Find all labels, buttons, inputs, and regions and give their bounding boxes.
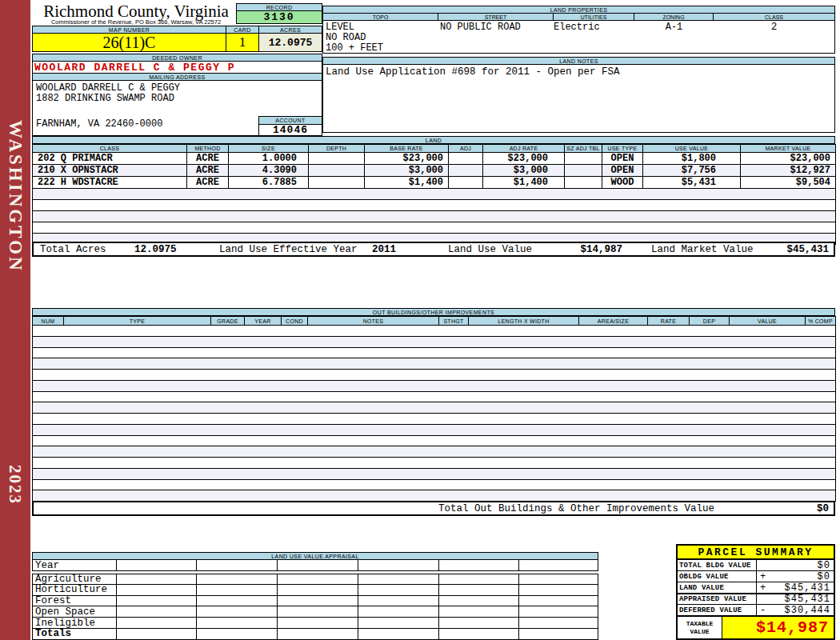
appraisal-cell	[278, 629, 358, 639]
land-notes-text: Land Use Application #698 for 2011 - Ope…	[322, 64, 835, 133]
land-section-header: LAND	[32, 136, 835, 144]
appraisal-cell	[278, 596, 358, 606]
parcel-summary-value-cell: -$30,444	[757, 605, 834, 615]
table-cell: $23,000	[741, 153, 836, 165]
appraisal-cell	[358, 596, 439, 606]
appraisal-cell	[197, 596, 278, 606]
table-cell	[309, 165, 365, 177]
table-cell: $9,504	[741, 177, 836, 189]
land-use-appraisal-table: YearAgricultureHorticultureForestOpen Sp…	[32, 560, 598, 640]
appraisal-cell	[117, 585, 198, 595]
mailing-line: FARNHAM, VA 22460-0000	[36, 118, 162, 130]
out-buildings-total-value: $0	[817, 503, 829, 514]
record-value: 3130	[236, 10, 322, 24]
card-value: 1	[226, 33, 259, 52]
table-row	[33, 370, 836, 381]
parcel-summary-label: OBLDG VALUE	[678, 571, 757, 582]
sidebar: WASHINGTON 2023	[0, 0, 30, 640]
table-row	[33, 347, 836, 358]
topo-value: LEVEL	[326, 22, 354, 33]
table-row	[33, 446, 836, 458]
appraisal-row-label: Totals	[33, 629, 117, 639]
parcel-summary-value-cell: +$45,431	[757, 582, 834, 593]
taxable-label-line: TAXABLE	[686, 620, 714, 628]
parcel-summary-value: $0	[818, 571, 830, 582]
appraisal-cell	[439, 585, 520, 595]
table-row: 210 X OPNSTACRACRE4.3090$3,000$3,000OPEN…	[33, 165, 836, 177]
parcel-summary-value: $45,431	[785, 582, 830, 594]
empty-cell	[33, 468, 836, 479]
land-properties-values: LEVEL NO ROAD 100 + FEET NO PUBLIC ROAD …	[322, 20, 835, 54]
empty-cell	[33, 380, 836, 391]
parcel-summary-value-cell: +$0	[757, 571, 834, 582]
land-section: LAND CLASSMETHODSIZEDEPTHBASE RATEADJADJ…	[32, 136, 835, 245]
appraisal-cell	[117, 618, 198, 628]
table-cell	[565, 165, 602, 177]
column-header: CLASS	[33, 145, 187, 153]
appraisal-cell	[358, 606, 439, 617]
land-market-value: $45,431	[786, 244, 829, 255]
table-row: 222 H WDSTACREACRE6.7885$1,400$1,400WOOD…	[33, 177, 836, 189]
empty-cell	[33, 200, 836, 211]
table-cell: $1,400	[483, 177, 565, 189]
table-cell: $1,400	[365, 177, 449, 189]
taxable-value: $14,987	[722, 617, 834, 638]
table-row	[33, 458, 836, 469]
land-use-appraisal-header: LAND USE VALUE APPRAISAL	[32, 552, 598, 560]
appraisal-cell	[519, 585, 598, 595]
appraisal-row: Agriculture	[32, 574, 598, 585]
parcel-summary-row: DEFERRED VALUE-$30,444	[678, 605, 834, 616]
land-totals-bar: Total Acres 12.0975 Land Use Effective Y…	[32, 242, 835, 257]
column-header: YEAR	[245, 317, 282, 326]
column-header: % COMP	[806, 317, 836, 326]
appraisal-cell	[439, 606, 520, 617]
appraisal-row-label: Year	[33, 560, 117, 570]
topo-value: 100 + FEET	[326, 42, 383, 54]
appraisal-row-label: Open Space	[33, 606, 117, 617]
appraisal-cell	[439, 574, 520, 584]
appraisal-cell	[519, 596, 598, 606]
empty-cell	[33, 458, 836, 469]
out-buildings-total-bar: Total Out Buildings & Other Improvements…	[32, 501, 835, 516]
parcel-summary-label: DEFERRED VALUE	[678, 605, 757, 615]
appraisal-cell	[278, 574, 358, 584]
parcel-summary-value: $0	[818, 560, 830, 571]
table-cell: $12,927	[741, 165, 836, 177]
column-header: METHOD	[187, 145, 229, 153]
table-row	[33, 211, 836, 222]
appraisal-cell	[358, 560, 439, 570]
table-cell: $23,000	[483, 153, 565, 165]
county-title: Richmond County, Virginia	[34, 2, 238, 19]
table-row	[33, 380, 836, 391]
appraisal-row: Ineligible	[32, 618, 598, 629]
county-subtitle: Commissioner of the Revenue, PO Box 366,…	[34, 18, 238, 26]
taxable-value-label: TAXABLE VALUE	[678, 617, 722, 638]
appraisal-cell	[117, 629, 198, 639]
operator: -	[760, 605, 766, 616]
empty-cell	[33, 211, 836, 222]
total-acres-value: 12.0975	[134, 244, 177, 255]
sidebar-year-label: 2023	[5, 465, 25, 505]
table-cell: 202 Q PRIMACR	[33, 153, 187, 165]
empty-cell	[33, 414, 836, 425]
column-header: ADJ RATE	[483, 145, 565, 153]
column-header: TOPO	[323, 14, 438, 20]
table-cell	[565, 153, 602, 165]
parcel-summary-row: LAND VALUE+$45,431	[678, 582, 834, 594]
appraisal-cell	[278, 560, 358, 570]
effective-year-value: 2011	[372, 244, 396, 255]
column-header: USE TYPE	[602, 145, 643, 153]
table-row	[33, 435, 836, 446]
column-header: GRADE	[211, 317, 245, 326]
acres-value: 12.0975	[258, 33, 322, 52]
appraisal-cell	[519, 618, 598, 628]
empty-cell	[33, 222, 836, 234]
parcel-summary-label: LAND VALUE	[678, 582, 757, 593]
appraisal-cell	[197, 574, 278, 584]
table-cell: 1.0000	[229, 153, 309, 165]
column-header: MARKET VALUE	[741, 145, 836, 153]
parcel-summary-label: TOTAL BLDG VALUE	[678, 560, 757, 570]
empty-cell	[33, 402, 836, 414]
account-value: 14046	[258, 124, 322, 136]
appraisal-cell	[197, 560, 278, 570]
